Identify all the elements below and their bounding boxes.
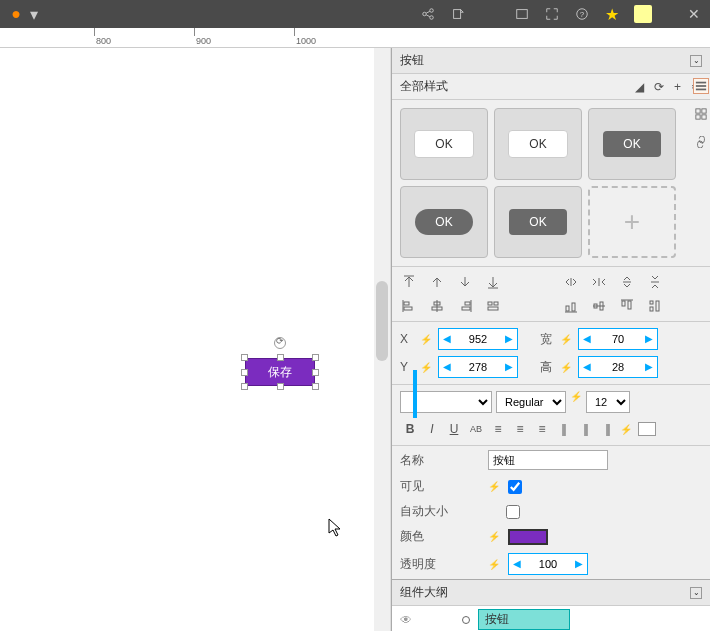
svg-rect-9 [404, 302, 409, 305]
share-icon[interactable] [420, 6, 436, 22]
panel-title: 按钮 [400, 52, 424, 69]
align-justify-icon[interactable] [484, 297, 502, 315]
resize-handle-r[interactable] [312, 369, 319, 376]
font-size-select[interactable]: 12 [586, 391, 630, 413]
style-preset-3[interactable]: OK [588, 108, 676, 180]
opacity-input[interactable]: ◀▶ [508, 553, 588, 575]
resize-handle-b[interactable] [277, 383, 284, 390]
h-input[interactable]: ◀▶ [578, 356, 658, 378]
resize-handle-l[interactable] [241, 369, 248, 376]
plus-icon[interactable]: + [674, 80, 681, 94]
align-right-text-icon[interactable]: ≡ [532, 419, 552, 439]
side-tab-list[interactable] [693, 78, 709, 94]
prop-visible-check[interactable] [508, 480, 522, 494]
svg-point-2 [430, 16, 434, 20]
canvas-selected-button[interactable]: 保存 [245, 358, 315, 386]
resize-handle-tr[interactable] [312, 354, 319, 361]
dist-top-icon[interactable] [618, 297, 636, 315]
prop-name-input[interactable] [488, 450, 608, 470]
canvas[interactable]: 保存 [0, 48, 391, 631]
resize-handle-t[interactable] [277, 354, 284, 361]
svg-point-1 [430, 9, 434, 13]
svg-rect-35 [696, 89, 706, 91]
resize-handle-bl[interactable] [241, 383, 248, 390]
align-section [392, 267, 710, 322]
valign-mid-icon[interactable]: ‖ [576, 419, 596, 439]
titlebar: ● ▾ ? ★ ✕ [0, 0, 710, 28]
prop-color-swatch[interactable] [508, 529, 548, 545]
canvas-scrollbar[interactable] [374, 48, 390, 631]
outline-item-button[interactable]: 👁 按钮 [392, 606, 710, 631]
side-tab-grid[interactable] [693, 106, 709, 122]
align-center-text-icon[interactable]: ≡ [510, 419, 530, 439]
collapse-icon[interactable]: ⌄ [690, 587, 702, 599]
triangle-down-icon[interactable]: ◢ [635, 80, 644, 94]
style-preset-add[interactable]: + [588, 186, 676, 258]
prop-opacity-label: 透明度 [400, 556, 480, 573]
eye-icon[interactable]: 👁 [400, 613, 414, 627]
text-color-swatch[interactable] [638, 422, 656, 436]
bullet-icon [462, 616, 470, 624]
styles-subheader: 全部样式 ◢ ⟳ + ⚙ [392, 74, 710, 100]
close-icon[interactable]: ✕ [686, 6, 702, 22]
align-hcenter-icon[interactable] [428, 297, 446, 315]
prop-visible-label: 可见 [400, 478, 480, 495]
svg-rect-19 [494, 302, 498, 305]
dist-h-icon[interactable] [562, 273, 580, 291]
app-dropdown[interactable]: ▾ [30, 5, 38, 24]
dist-column-icon[interactable] [646, 297, 664, 315]
resize-handle-br[interactable] [312, 383, 319, 390]
align-up-icon[interactable] [428, 273, 446, 291]
align-right-icon[interactable] [456, 297, 474, 315]
svg-rect-38 [696, 115, 700, 119]
avatar-icon[interactable] [634, 5, 652, 23]
prop-autosize-check[interactable] [506, 505, 520, 519]
x-input[interactable]: ◀▶ [438, 328, 518, 350]
collapse-icon[interactable]: ⌄ [690, 55, 702, 67]
dist-v2-icon[interactable] [646, 273, 664, 291]
bolt-icon: ⚡ [488, 531, 500, 542]
dist-v-icon[interactable] [618, 273, 636, 291]
style-presets: OK OK OK OK OK + [392, 100, 710, 267]
strikethrough-icon[interactable]: AB [466, 419, 486, 439]
svg-text:?: ? [580, 10, 585, 19]
y-input[interactable]: ◀▶ [438, 356, 518, 378]
align-down-icon[interactable] [456, 273, 474, 291]
window-icon[interactable] [514, 6, 530, 22]
w-input[interactable]: ◀▶ [578, 328, 658, 350]
dist-h2-icon[interactable] [590, 273, 608, 291]
align-left-icon[interactable] [400, 297, 418, 315]
align-left-text-icon[interactable]: ≡ [488, 419, 508, 439]
bold-icon[interactable]: B [400, 419, 420, 439]
style-preset-4[interactable]: OK [400, 186, 488, 258]
side-tab-link[interactable] [693, 134, 709, 150]
style-preset-1[interactable]: OK [400, 108, 488, 180]
dist-bottom-icon[interactable] [562, 297, 580, 315]
style-preset-2[interactable]: OK [494, 108, 582, 180]
ruler-tick-1000: 1000 [296, 36, 316, 46]
star-icon[interactable]: ★ [604, 6, 620, 22]
valign-bot-icon[interactable]: ‖ [598, 419, 618, 439]
bolt-icon: ⚡ [620, 424, 632, 435]
section-active-indicator [413, 370, 417, 418]
svg-point-0 [423, 12, 427, 16]
svg-rect-34 [696, 85, 706, 87]
cursor-icon [328, 518, 344, 542]
align-top-icon[interactable] [400, 273, 418, 291]
font-weight-select[interactable]: Regular [496, 391, 566, 413]
export-icon[interactable] [450, 6, 466, 22]
align-bottom-icon[interactable] [484, 273, 502, 291]
svg-rect-33 [696, 82, 706, 84]
fullscreen-icon[interactable] [544, 6, 560, 22]
help-icon[interactable]: ? [574, 6, 590, 22]
valign-top-icon[interactable]: ‖ [554, 419, 574, 439]
refresh-icon[interactable]: ⟳ [654, 80, 664, 94]
rotate-handle[interactable] [274, 337, 286, 349]
style-preset-5[interactable]: OK [494, 186, 582, 258]
italic-icon[interactable]: I [422, 419, 442, 439]
svg-rect-28 [628, 301, 631, 309]
underline-icon[interactable]: U [444, 419, 464, 439]
dist-vcenter-icon[interactable] [590, 297, 608, 315]
resize-handle-tl[interactable] [241, 354, 248, 361]
outline-item-label: 按钮 [478, 609, 570, 630]
